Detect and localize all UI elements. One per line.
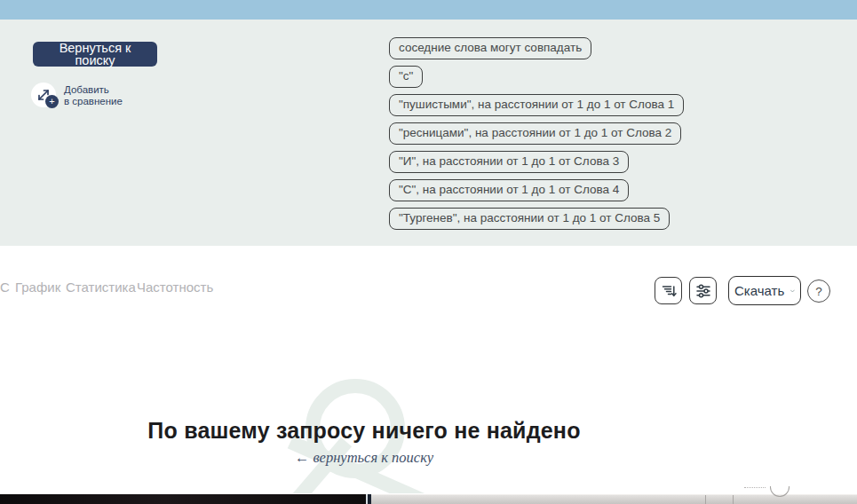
back-to-search-button[interactable]: Вернуться к поиску xyxy=(33,42,157,67)
add-to-comparison-button[interactable]: + Добавить в сравнение xyxy=(31,83,123,109)
chevron-down-icon xyxy=(790,287,795,295)
tab-statistika[interactable]: Статистика xyxy=(66,280,136,295)
gray-bar-divider xyxy=(733,495,734,504)
query-summary-panel: Вернуться к поиску + Добавить в сравнени… xyxy=(0,20,857,246)
sort-descending-button[interactable] xyxy=(655,277,682,304)
download-button[interactable]: Скачать xyxy=(728,276,801,305)
filter-sliders-icon xyxy=(694,282,712,300)
filter-settings-button[interactable] xyxy=(689,277,717,304)
empty-state-title: По вашему запросу ничего не найдено xyxy=(0,418,728,444)
gray-bar-divider xyxy=(705,495,706,504)
query-chip[interactable]: "Тургенев", на расстоянии от 1 до 1 от С… xyxy=(389,208,670,230)
query-chip[interactable]: "С", на расстоянии от 1 до 1 от Слова 4 xyxy=(389,179,629,201)
query-chip[interactable]: "И", на расстоянии от 1 до 1 от Слова 3 xyxy=(389,151,629,173)
query-chip[interactable]: соседние слова могут совпадать xyxy=(389,37,591,59)
download-button-label: Скачать xyxy=(734,283,784,298)
gray-bar-marks xyxy=(744,487,766,491)
return-to-search-link[interactable]: ← вернуться к поиску xyxy=(0,449,728,467)
query-chip[interactable]: "с" xyxy=(389,66,423,88)
query-chip[interactable]: "ресницами", на расстоянии от 1 до 1 от … xyxy=(389,122,681,145)
add-to-comparison-label: Добавить в сравнение xyxy=(64,84,123,107)
top-strip xyxy=(0,0,857,20)
sort-descending-icon xyxy=(660,282,678,300)
tab-chastotnost[interactable]: Частотность xyxy=(137,280,213,295)
query-chip[interactable]: "пушистыми", на расстоянии от 1 до 1 от … xyxy=(389,94,684,116)
tab-partial[interactable]: С xyxy=(0,280,10,295)
plus-icon: + xyxy=(45,95,59,108)
query-chip-list: соседние слова могут совпадать "с" "пуши… xyxy=(389,37,684,236)
compare-arrows-icon: + xyxy=(31,83,58,109)
tab-grafik[interactable]: График xyxy=(15,280,60,295)
background-window-dark-bar xyxy=(0,494,366,504)
help-button[interactable]: ? xyxy=(807,280,830,303)
